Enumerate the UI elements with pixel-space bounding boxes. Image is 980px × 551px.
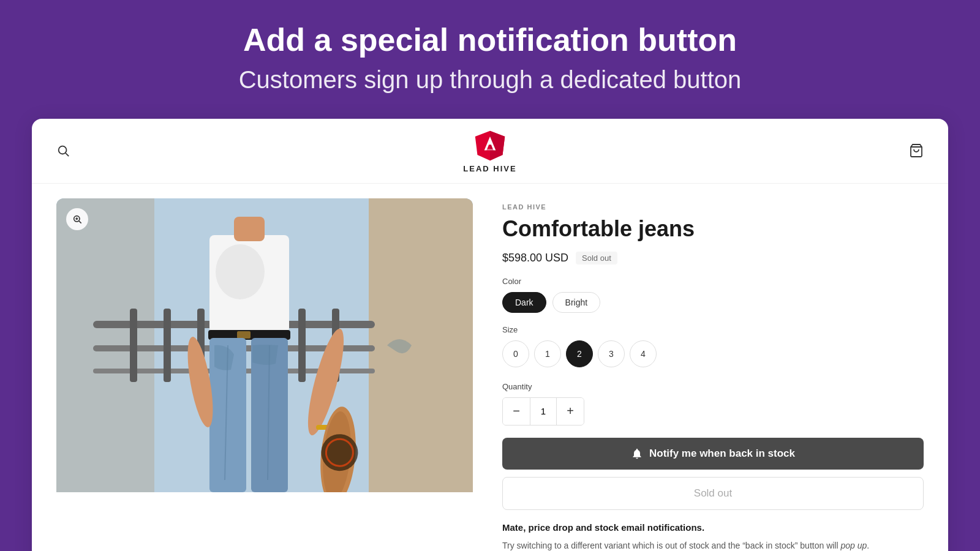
product-brand: LEAD HIVE bbox=[502, 203, 924, 211]
quantity-increase-button[interactable]: + bbox=[557, 398, 584, 425]
svg-rect-8 bbox=[369, 198, 473, 492]
notify-button-label: Notify me when back in stock bbox=[649, 448, 795, 460]
product-image bbox=[56, 198, 473, 492]
zoom-button[interactable] bbox=[66, 208, 88, 230]
svg-rect-38 bbox=[234, 217, 265, 241]
logo-text: LEAD HIVE bbox=[463, 164, 516, 173]
sold-out-button: Sold out bbox=[502, 477, 924, 510]
size-label: Size bbox=[502, 325, 924, 334]
svg-rect-14 bbox=[164, 309, 171, 382]
quantity-decrease-button[interactable]: − bbox=[503, 398, 530, 425]
product-details: LEAD HIVE Comfortable jeans $598.00 USD … bbox=[502, 198, 924, 551]
logo-container: LEAD HIVE bbox=[463, 129, 516, 173]
size-option-2[interactable]: 2 bbox=[566, 340, 593, 367]
svg-line-1 bbox=[66, 153, 69, 156]
price-row: $598.00 USD Sold out bbox=[502, 252, 924, 264]
svg-rect-25 bbox=[237, 331, 251, 339]
svg-rect-13 bbox=[130, 309, 137, 382]
product-price: $598.00 USD bbox=[502, 252, 568, 264]
logo-image bbox=[473, 129, 507, 163]
navbar-right bbox=[887, 143, 924, 158]
store-card: LEAD HIVE bbox=[32, 119, 948, 551]
product-title: Comfortable jeans bbox=[502, 216, 924, 242]
hero-banner: Add a special notification button Custom… bbox=[0, 0, 980, 119]
size-option-0[interactable]: 0 bbox=[502, 340, 529, 367]
size-option-1[interactable]: 1 bbox=[534, 340, 561, 367]
product-image-container bbox=[56, 198, 473, 551]
size-option-4[interactable]: 4 bbox=[630, 340, 657, 367]
quantity-label: Quantity bbox=[502, 382, 924, 391]
svg-point-0 bbox=[59, 146, 67, 154]
color-label: Color bbox=[502, 277, 924, 286]
svg-rect-18 bbox=[298, 309, 306, 382]
product-area: LEAD HIVE Comfortable jeans $598.00 USD … bbox=[32, 184, 948, 551]
notify-button[interactable]: Notify me when back in stock bbox=[502, 438, 924, 470]
hero-subtitle: Customers sign up through a dedicated bu… bbox=[12, 65, 968, 94]
svg-line-40 bbox=[79, 221, 81, 223]
svg-point-21 bbox=[216, 244, 265, 299]
description-body: Try switching to a different variant whi… bbox=[502, 539, 924, 551]
hero-title: Add a special notification button bbox=[12, 22, 968, 59]
quantity-row: − + bbox=[502, 397, 584, 425]
navbar: LEAD HIVE bbox=[32, 119, 948, 184]
quantity-input[interactable] bbox=[530, 398, 557, 425]
color-option-dark[interactable]: Dark bbox=[502, 292, 546, 313]
color-option-bright[interactable]: Bright bbox=[552, 292, 601, 313]
cart-icon[interactable] bbox=[909, 143, 924, 158]
size-options: 0 1 2 3 4 bbox=[502, 340, 924, 367]
price-sold-out-badge: Sold out bbox=[576, 252, 617, 264]
navbar-left bbox=[56, 144, 93, 157]
color-options: Dark Bright bbox=[502, 292, 924, 313]
description-title: Mate, price drop and stock email notific… bbox=[502, 522, 924, 533]
svg-marker-5 bbox=[486, 149, 493, 150]
search-icon[interactable] bbox=[56, 144, 70, 157]
bell-icon bbox=[631, 448, 643, 460]
size-option-3[interactable]: 3 bbox=[598, 340, 625, 367]
navbar-center: LEAD HIVE bbox=[463, 129, 516, 173]
